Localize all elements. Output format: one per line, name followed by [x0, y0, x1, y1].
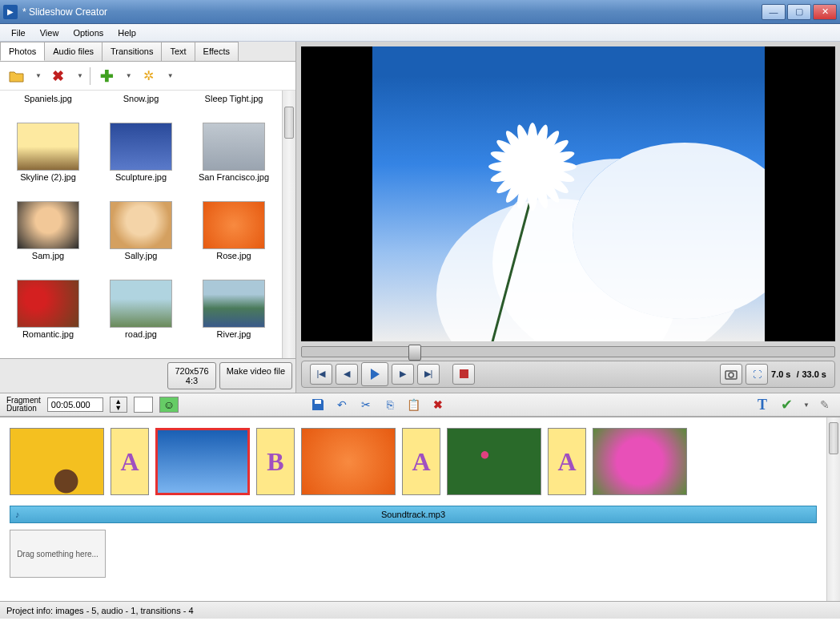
note-icon: ♪	[15, 510, 20, 519]
photo-item[interactable]: Sam.jpg	[3, 201, 93, 276]
timeline-clip[interactable]	[155, 428, 250, 495]
chevron-down-icon[interactable]: ▼	[803, 401, 810, 409]
photo-thumb	[110, 123, 172, 171]
status-text: Project info: images - 5, audio - 1, tra…	[6, 606, 194, 615]
media-tabs: Photos Audio files Transitions Text Effe…	[0, 42, 295, 62]
blank-slide-button[interactable]	[134, 397, 153, 413]
photo-thumb	[203, 280, 265, 328]
timeline-clip[interactable]	[10, 428, 104, 495]
brush-button[interactable]: ✎	[816, 396, 834, 413]
tab-photos[interactable]: Photos	[0, 42, 45, 61]
play-button[interactable]	[361, 362, 388, 386]
chevron-down-icon[interactable]: ▼	[167, 72, 174, 79]
photo-thumb	[17, 280, 79, 328]
menu-help[interactable]: Help	[111, 26, 143, 39]
copy-button[interactable]: ⎘	[381, 396, 399, 413]
face-detect-button[interactable]: ☺	[159, 397, 179, 413]
chevron-down-icon[interactable]: ▼	[126, 72, 132, 79]
fragment-duration-label: Fragment Duration	[6, 397, 41, 413]
add-button[interactable]: ✚	[97, 66, 118, 87]
window-title: * Slideshow Creator	[22, 6, 762, 18]
undo-button[interactable]: ↶	[333, 396, 351, 413]
photo-label: road.jpg	[96, 329, 186, 339]
drop-target[interactable]: Drag something here...	[10, 530, 106, 578]
timeline-clip[interactable]	[301, 428, 396, 495]
minimize-button[interactable]: —	[762, 4, 786, 20]
preview-image	[372, 46, 765, 341]
edit-bar: Fragment Duration ▲▼ ☺ ↶ ✂ ⎘ 📋 ✖ T ✔▼ ✎	[0, 393, 840, 417]
open-folder-button[interactable]	[6, 66, 27, 87]
photo-label: Rose.jpg	[189, 251, 279, 260]
close-button[interactable]: ✕	[813, 4, 837, 20]
chevron-down-icon[interactable]: ▼	[35, 72, 42, 79]
photo-item[interactable]: Sleep Tight.jpg	[189, 94, 279, 119]
make-video-button[interactable]: Make video file	[219, 362, 292, 389]
menu-bar: File View Options Help	[0, 24, 840, 42]
status-bar: Project info: images - 5, audio - 1, tra…	[0, 601, 840, 619]
timeline-clip[interactable]	[447, 428, 541, 495]
seek-handle[interactable]	[408, 345, 421, 361]
cut-button[interactable]: ✂	[357, 396, 375, 413]
photo-item[interactable]: San Francisco.jpg	[189, 123, 279, 198]
photo-thumb	[203, 201, 265, 249]
tab-text[interactable]: Text	[161, 42, 195, 61]
chevron-down-icon[interactable]: ▼	[77, 72, 83, 79]
timeline-transition[interactable]: A	[548, 428, 586, 495]
scrollbar[interactable]	[282, 91, 295, 358]
snapshot-button[interactable]	[720, 364, 742, 385]
menu-options[interactable]: Options	[66, 26, 110, 39]
first-frame-button[interactable]: |◀	[310, 364, 332, 385]
fragment-duration-field[interactable]	[47, 397, 103, 412]
timeline-scrollbar[interactable]	[826, 417, 840, 601]
effect-button[interactable]: ✲	[139, 66, 159, 87]
photo-item[interactable]: Sally.jpg	[96, 201, 186, 276]
tab-audio[interactable]: Audio files	[44, 42, 102, 61]
remove-button[interactable]: ✖	[429, 396, 447, 413]
next-frame-button[interactable]: ▶	[392, 364, 414, 385]
photo-item[interactable]: Snow.jpg	[96, 94, 186, 119]
maximize-button[interactable]: ▢	[787, 4, 811, 20]
save-button[interactable]	[309, 396, 327, 413]
paste-button[interactable]: 📋	[405, 396, 423, 413]
tab-transitions[interactable]: Transitions	[102, 42, 162, 61]
text-tool-button[interactable]: T	[754, 396, 771, 413]
photo-thumb	[110, 201, 172, 249]
timeline-transition[interactable]: A	[402, 428, 440, 495]
title-bar: ▶ * Slideshow Creator — ▢ ✕	[0, 0, 840, 24]
timeline-row[interactable]: ABAA	[0, 417, 826, 506]
photo-item[interactable]: Skyline (2).jpg	[3, 123, 93, 198]
timeline-transition[interactable]: A	[111, 428, 149, 495]
stop-button[interactable]	[452, 364, 475, 385]
duration-stepper[interactable]: ▲▼	[110, 397, 127, 413]
photo-label: Sally.jpg	[96, 251, 186, 260]
prev-frame-button[interactable]: ◀	[336, 364, 358, 385]
apply-button[interactable]: ✔	[778, 396, 795, 413]
photo-item[interactable]: Rose.jpg	[189, 201, 279, 276]
menu-view[interactable]: View	[34, 26, 66, 39]
last-frame-button[interactable]: ▶|	[417, 364, 440, 385]
timeline-transition[interactable]: B	[256, 428, 295, 495]
photo-thumb	[110, 280, 172, 328]
tab-effects[interactable]: Effects	[195, 42, 239, 61]
video-size-button[interactable]: 720x5764:3	[167, 362, 215, 389]
preview-area	[301, 46, 835, 341]
delete-button[interactable]: ✖	[48, 66, 69, 87]
photo-item[interactable]: River.jpg	[189, 280, 279, 355]
svg-rect-2	[315, 400, 321, 404]
photo-thumb	[203, 123, 265, 171]
photo-item[interactable]: Romantic.jpg	[3, 280, 93, 355]
photo-thumb	[17, 201, 79, 249]
timeline-clip[interactable]	[593, 428, 687, 495]
photo-label: River.jpg	[189, 329, 279, 339]
photo-item[interactable]: Spaniels.jpg	[3, 94, 93, 119]
photo-label: Skyline (2).jpg	[3, 172, 93, 182]
photo-toolbar: ▼ ✖▼ ✚▼ ✲▼	[0, 62, 295, 91]
menu-file[interactable]: File	[5, 26, 32, 39]
fullscreen-button[interactable]: ⛶	[746, 364, 768, 385]
photo-item[interactable]: road.jpg	[96, 280, 186, 355]
photo-label: Snow.jpg	[96, 94, 186, 103]
photo-thumb	[17, 123, 79, 171]
audio-track[interactable]: ♪ Soundtrack.mp3	[10, 506, 817, 523]
seek-bar[interactable]	[301, 346, 835, 357]
photo-item[interactable]: Sculpture.jpg	[96, 123, 186, 198]
